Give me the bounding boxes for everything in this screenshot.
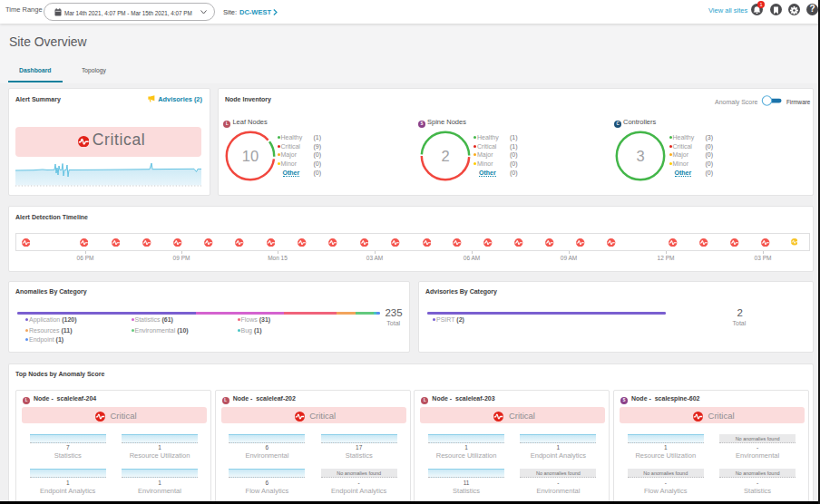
svg-text:3: 3	[637, 148, 645, 164]
